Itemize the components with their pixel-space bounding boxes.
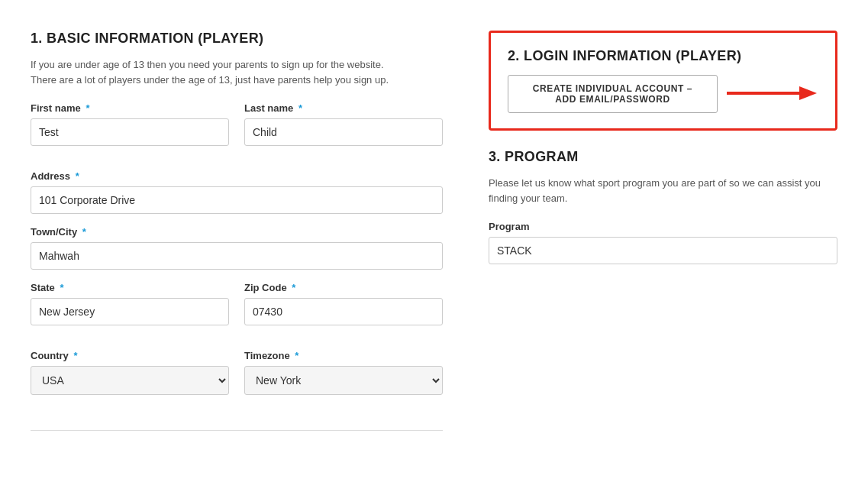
program-label: Program bbox=[489, 221, 837, 232]
zip-code-input[interactable] bbox=[244, 298, 443, 325]
zip-required: * bbox=[292, 282, 295, 293]
timezone-group: Timezone * New York Los Angeles Chicago … bbox=[244, 350, 443, 395]
country-label: Country * bbox=[31, 350, 229, 361]
description-line2: There are a lot of players under the age… bbox=[31, 74, 389, 86]
basic-info-title: 1. Basic Information (Player) bbox=[31, 31, 443, 47]
bottom-divider bbox=[31, 430, 443, 431]
address-group: Address * bbox=[31, 170, 443, 214]
country-timezone-row: Country * USA Canada Mexico Timezone * N… bbox=[31, 350, 443, 407]
last-name-input[interactable] bbox=[244, 118, 443, 146]
program-description: Please let us know what sport program yo… bbox=[489, 176, 837, 205]
program-desc-line2: finding your team. bbox=[489, 192, 567, 204]
description-line1: If you are under age of 13 then you need… bbox=[31, 59, 384, 70]
town-city-group: Town/City * bbox=[31, 226, 443, 270]
section-description: If you are under age of 13 then you need… bbox=[31, 57, 443, 87]
program-desc-line1: Please let us know what sport program yo… bbox=[489, 177, 821, 189]
town-required: * bbox=[82, 226, 86, 238]
login-info-box: 2. Login Information (Player) Create Ind… bbox=[489, 31, 837, 131]
state-group: State * bbox=[31, 282, 229, 325]
town-city-label: Town/City * bbox=[31, 226, 443, 238]
program-group: Program bbox=[489, 221, 837, 264]
name-row: First name * Last name * bbox=[31, 102, 443, 158]
timezone-label: Timezone * bbox=[244, 350, 443, 361]
last-name-group: Last name * bbox=[244, 102, 443, 146]
address-label: Address * bbox=[31, 170, 443, 182]
create-account-row: Create Individual Account – Add Email/Pa… bbox=[508, 75, 818, 113]
program-input[interactable] bbox=[489, 237, 837, 264]
first-name-required: * bbox=[86, 102, 89, 114]
first-name-group: First name * bbox=[31, 102, 229, 146]
timezone-required: * bbox=[295, 350, 298, 361]
zip-code-group: Zip Code * bbox=[244, 282, 443, 325]
zip-code-label: Zip Code * bbox=[244, 282, 443, 293]
last-name-label: Last name * bbox=[244, 102, 443, 114]
first-name-label: First name * bbox=[31, 102, 229, 114]
program-section: 3. Program Please let us know what sport… bbox=[489, 149, 837, 264]
right-column: 2. Login Information (Player) Create Ind… bbox=[489, 31, 837, 464]
last-name-required: * bbox=[298, 102, 302, 114]
town-city-input[interactable] bbox=[31, 242, 443, 270]
create-account-button[interactable]: Create Individual Account – Add Email/Pa… bbox=[508, 75, 718, 113]
address-required: * bbox=[76, 170, 79, 182]
state-input[interactable] bbox=[31, 298, 229, 325]
red-arrow-icon bbox=[727, 82, 818, 106]
login-info-title: 2. Login Information (Player) bbox=[508, 48, 818, 64]
country-group: Country * USA Canada Mexico bbox=[31, 350, 229, 395]
country-select[interactable]: USA Canada Mexico bbox=[31, 366, 229, 395]
address-input[interactable] bbox=[31, 186, 443, 214]
timezone-select[interactable]: New York Los Angeles Chicago Denver bbox=[244, 366, 443, 395]
state-zip-row: State * Zip Code * bbox=[31, 282, 443, 338]
program-title: 3. Program bbox=[489, 149, 837, 165]
left-column: 1. Basic Information (Player) If you are… bbox=[31, 31, 443, 464]
state-label: State * bbox=[31, 282, 229, 293]
first-name-input[interactable] bbox=[31, 118, 229, 146]
svg-marker-1 bbox=[799, 86, 817, 100]
country-required: * bbox=[73, 350, 77, 361]
state-required: * bbox=[60, 282, 63, 293]
